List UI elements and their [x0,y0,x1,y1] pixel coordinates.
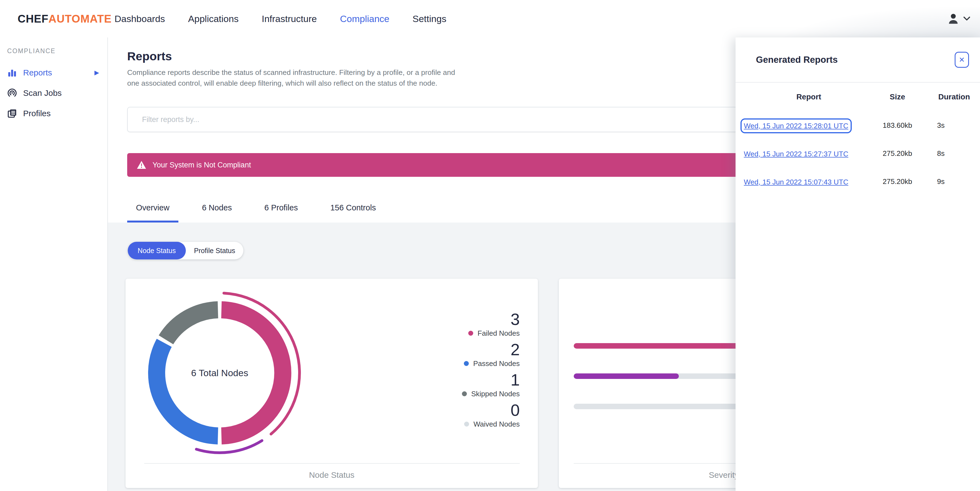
nav-item-dashboards[interactable]: Dashboards [115,13,165,24]
scan-icon [7,88,17,98]
chef-automate-logo[interactable]: CHEFAUTOMATE [18,0,111,37]
column-header-duration: Duration [928,92,980,101]
waived-count: 0 [421,402,520,419]
documents-icon [7,108,17,118]
waived-dot-icon [464,422,469,427]
panel-title: Generated Reports [756,54,838,65]
logo-automate: AUTOMATE [48,13,111,25]
chevron-down-icon [964,16,970,21]
node-status-toggle-button[interactable]: Node Status [128,242,186,260]
close-panel-button[interactable]: ✕ [955,52,969,68]
top-nav: CHEFAUTOMATE Dashboards Applications Inf… [0,0,980,37]
legend-label: Waived Nodes [474,419,520,429]
legend-label: Passed Nodes [473,359,520,368]
nav-item-applications[interactable]: Applications [188,13,239,24]
bar-chart-icon [7,68,17,78]
nav-item-infrastructure[interactable]: Infrastructure [262,13,317,24]
sidebar-item-label: Profiles [23,109,51,118]
sidebar-item-profiles[interactable]: Profiles [0,103,107,124]
person-icon [947,13,959,25]
nav-links: Dashboards Applications Infrastructure C… [115,0,446,37]
tab-profiles[interactable]: 6 Profiles [255,193,307,223]
report-duration: 9s [928,177,980,186]
report-link[interactable]: Wed, 15 Jun 2022 15:28:01 UTC [744,122,848,130]
page-title: Reports [127,49,172,63]
generated-reports-panel: Generated Reports ✕ Report Size Duration… [735,37,980,491]
expand-arrow-icon[interactable]: ▶ [94,69,99,76]
skipped-count: 1 [421,371,520,389]
sidebar-item-label: Reports [23,68,52,77]
report-size: 183.60kb [867,121,928,130]
nav-item-compliance[interactable]: Compliance [340,13,390,24]
page-description: Compliance reports describe the status o… [127,67,501,88]
report-duration: 8s [928,149,980,158]
table-header-row: Report Size Duration [735,83,980,111]
user-menu[interactable] [947,0,970,37]
tab-controls[interactable]: 156 Controls [321,193,385,223]
report-size: 275.20kb [867,177,928,186]
chef-automate-app: CHEFAUTOMATE Dashboards Applications Inf… [0,0,980,491]
node-status-legend: 3 Failed Nodes 2 Passed Nodes 1 Skipped … [421,311,520,432]
legend-row-waived: 0 Waived Nodes [421,402,520,429]
legend-row-failed: 3 Failed Nodes [421,311,520,338]
node-status-donut-chart[interactable]: 6 Total Nodes [132,282,308,464]
report-tabs: Overview 6 Nodes 6 Profiles 156 Controls [127,193,385,223]
donut-center-label: 6 Total Nodes [191,368,248,378]
tab-overview[interactable]: Overview [127,193,178,223]
report-duration: 3s [928,121,980,130]
report-size: 275.20kb [867,149,928,158]
legend-row-passed: 2 Passed Nodes [421,341,520,368]
node-status-card: 6 Total Nodes 3 Failed Nodes 2 Passed No… [126,279,538,488]
profile-status-toggle-button[interactable]: Profile Status [186,242,243,260]
table-row: Wed, 15 Jun 2022 15:28:01 UTC 183.60kb 3… [735,111,980,139]
tab-nodes[interactable]: 6 Nodes [193,193,241,223]
table-row: Wed, 15 Jun 2022 15:27:37 UTC 275.20kb 8… [735,139,980,167]
column-header-size: Size [867,92,928,101]
report-link[interactable]: Wed, 15 Jun 2022 15:07:43 UTC [744,178,848,186]
column-header-report: Report [735,92,867,101]
table-row: Wed, 15 Jun 2022 15:07:43 UTC 275.20kb 9… [735,167,980,196]
legend-row-skipped: 1 Skipped Nodes [421,371,520,399]
legend-label: Skipped Nodes [471,389,520,399]
status-toggle: Node Status Profile Status [128,242,243,260]
logo-chef: CHEF [18,13,48,25]
warning-icon [137,161,146,169]
nav-item-settings[interactable]: Settings [413,13,447,24]
sidebar: COMPLIANCE Reports ▶ Scan Jobs [0,37,108,491]
sidebar-item-reports[interactable]: Reports ▶ [0,62,107,83]
sidebar-item-label: Scan Jobs [23,88,62,98]
node-status-card-footer: Node Status [126,470,538,480]
failed-count: 3 [421,311,520,328]
passed-count: 2 [421,341,520,359]
panel-header: Generated Reports ✕ [735,37,980,83]
passed-dot-icon [464,361,469,366]
failed-dot-icon [468,331,473,336]
close-icon: ✕ [959,56,965,64]
sidebar-section-label: COMPLIANCE [7,47,107,55]
sidebar-item-scan-jobs[interactable]: Scan Jobs [0,83,107,103]
banner-text: Your System is Not Compliant [153,161,251,169]
skipped-dot-icon [462,391,467,396]
report-link[interactable]: Wed, 15 Jun 2022 15:27:37 UTC [744,150,848,158]
generated-reports-table: Report Size Duration Wed, 15 Jun 2022 15… [735,83,980,196]
legend-label: Failed Nodes [477,328,520,338]
severity-bar-fill-major [574,373,679,379]
card-divider [144,463,520,464]
